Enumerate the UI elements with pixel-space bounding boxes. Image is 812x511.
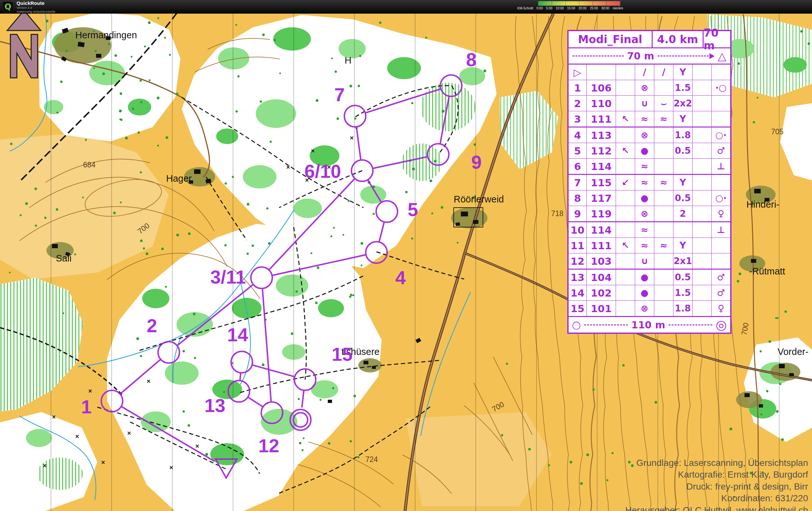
building-symbol — [789, 373, 794, 377]
cd-symbol: ⊗ — [635, 80, 654, 95]
cd-code: 111 — [587, 238, 616, 253]
cd-symbol — [693, 206, 712, 221]
dashed-line — [658, 56, 709, 56]
cd-symbol — [616, 65, 635, 80]
cd-symbol: ≈ — [635, 111, 654, 126]
cd-number: 7 — [569, 175, 587, 190]
cd-symbol — [654, 206, 673, 221]
card-header-row: Modi_Final 4.0 km 70 m — [569, 31, 730, 48]
cd-number: 5 — [569, 143, 587, 158]
map-place-label: H — [345, 55, 351, 65]
building-symbol — [759, 404, 763, 408]
cd-symbol: ○· — [712, 190, 730, 206]
cd-row: 11111↖≈≈Y — [569, 238, 730, 253]
dashed-line — [584, 325, 628, 325]
cd-symbol: 0.5 — [673, 143, 693, 158]
control-number-label: 3/11 — [210, 266, 246, 288]
cd-row: 6114≈⊥ — [569, 159, 730, 175]
cd-symbol — [616, 222, 635, 238]
map-credits: Grundlage: Laserscanning, Übersichtsplan… — [626, 457, 808, 511]
cd-number: 6 — [569, 159, 587, 174]
rock-cross-icon: × — [52, 413, 56, 420]
cd-symbol — [654, 80, 673, 95]
cd-symbol: Y — [673, 65, 693, 80]
credit-line: Kartografie: Ernst Kläy, Burgdorf — [626, 469, 808, 481]
cd-symbol: ↖ — [616, 238, 635, 253]
cd-symbol: ⊥ — [712, 222, 730, 238]
cd-symbol — [616, 96, 635, 111]
map-place-label: Vorder- — [778, 347, 808, 357]
cd-symbol — [616, 253, 635, 269]
dashed-line — [669, 325, 713, 325]
rock-cross-icon: × — [43, 462, 47, 469]
cd-row: 1106⊗1.5·○ — [569, 80, 730, 96]
rock-cross-icon: × — [75, 433, 79, 440]
cd-symbol — [712, 65, 730, 80]
course-name: Modi_Final — [569, 31, 652, 48]
cd-symbol: 2x1 — [673, 253, 693, 269]
cd-number: 3 — [569, 111, 587, 126]
elevation-label: 724 — [366, 455, 378, 463]
building-symbol — [96, 54, 101, 58]
control-number-label: 9 — [471, 152, 482, 173]
cd-symbol: 2 — [673, 206, 693, 221]
building-symbol — [78, 42, 85, 48]
cd-symbol — [616, 301, 635, 316]
course-length: 4.0 km — [652, 31, 704, 48]
cd-number: 13 — [569, 270, 587, 285]
course-climb: 70 m — [704, 31, 730, 48]
quickroute-window: ×××××××××××××× HermandingenHagerSaliRöör… — [0, 0, 812, 511]
cd-symbol — [654, 143, 673, 158]
cd-symbol — [693, 190, 712, 206]
cd-symbol — [712, 238, 730, 253]
legend-tick: 15:00 — [567, 6, 575, 10]
cd-code — [587, 65, 616, 80]
legend-tick: 10:00 — [556, 6, 564, 10]
rock-cross-icon: × — [169, 464, 173, 471]
cd-number: 14 — [569, 285, 587, 300]
cd-code: 112 — [587, 143, 616, 158]
start-distance: 70 m — [627, 50, 654, 62]
cd-code: 110 — [587, 96, 616, 111]
map-place-label: -Rütmatt — [749, 266, 785, 276]
map-place-label: Sali — [56, 253, 71, 264]
elevation-label: 684 — [83, 160, 96, 169]
cd-symbol: ≈ — [635, 238, 654, 253]
cd-code: 115 — [587, 175, 616, 190]
cd-row: ▷//Y — [569, 65, 730, 80]
cd-symbol: ↙ — [616, 175, 635, 190]
cd-symbol — [693, 80, 712, 95]
cd-symbol — [693, 253, 712, 269]
cd-symbol: / — [654, 65, 673, 80]
cd-symbol — [693, 96, 712, 111]
north-arrow — [4, 8, 44, 80]
cd-symbol — [693, 222, 712, 238]
cd-symbol — [654, 190, 673, 206]
rock-cross-icon: × — [88, 387, 92, 394]
cd-number: 11 — [569, 238, 587, 253]
legend-unit: min/km — [613, 6, 623, 10]
cd-symbol — [693, 127, 712, 143]
rock-cross-icon: × — [350, 134, 354, 142]
quickroute-logo-icon: Q — [2, 1, 13, 13]
map-place-label: Hinderi- — [747, 199, 780, 210]
finish-circle-icon: ○ — [572, 320, 581, 330]
course-leg — [240, 374, 241, 380]
cd-row: 5112↖●0.5♂ — [569, 143, 730, 159]
cd-symbol: 1.8 — [673, 301, 693, 316]
cd-symbol: ● — [635, 143, 654, 158]
cd-number: 2 — [569, 96, 587, 111]
cd-symbol: ● — [635, 285, 654, 300]
control-description-card: Modi_Final 4.0 km 70 m 70 m △ ▷//Y1106⊗1… — [567, 30, 731, 334]
rock-cross-icon: × — [101, 459, 105, 466]
cd-symbol: ≈ — [635, 222, 654, 238]
cd-symbol: ≈ — [654, 111, 673, 126]
map-place-label: Hager — [166, 173, 192, 184]
pace-legend-labels: KM-Schnitt 0:00 5:00 10:00 15:00 20:00 2… — [517, 6, 623, 10]
credit-line: Herausgeber: OLC Huttwil, www.olghuttwil… — [626, 505, 808, 511]
cd-symbol: ♀ — [712, 301, 730, 316]
cd-symbol — [712, 111, 730, 126]
cd-symbol — [616, 159, 635, 174]
building-symbol — [52, 244, 58, 248]
cd-symbol — [693, 175, 712, 190]
